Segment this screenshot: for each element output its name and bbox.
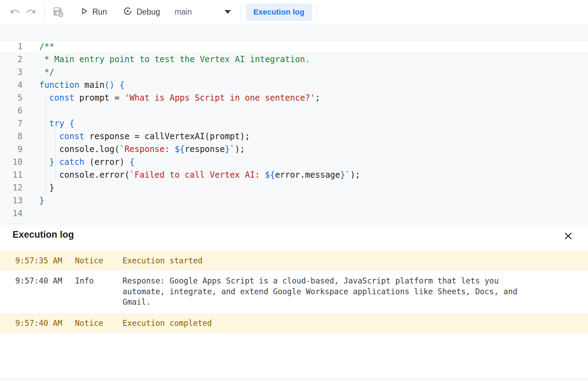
function-selector[interactable]: main: [170, 5, 235, 19]
code-text: /**: [39, 42, 54, 51]
undo-icon: [10, 6, 20, 18]
debug-button-label: Debug: [136, 7, 160, 17]
line-number: 7: [0, 117, 23, 130]
code-line[interactable]: 10 } catch (error) {: [0, 156, 588, 169]
code-line[interactable]: 1/**: [0, 40, 588, 53]
panel-bottom-edge: [0, 379, 588, 380]
toolbar: Run Debug main Execution log: [0, 0, 588, 24]
play-icon: [79, 7, 89, 18]
toolbar-divider: [317, 5, 318, 19]
code-text: } catch (error) {: [39, 157, 135, 167]
code-text: console.error(`Failed to call Vertex AI:…: [39, 170, 360, 180]
save-project-button[interactable]: [50, 4, 66, 20]
indent-guide: [55, 130, 56, 181]
line-number: 14: [0, 207, 23, 220]
line-number: 9: [0, 143, 23, 156]
log-entry: 9:57:40 AMNoticeExecution completed: [0, 314, 588, 333]
code-editor[interactable]: 1/**2 * Main entry point to test the Ver…: [0, 24, 588, 224]
execution-log-panel: Execution log 9:57:35 AMNoticeExecution …: [0, 224, 588, 381]
indent-guide: [45, 92, 46, 194]
line-number: 5: [0, 92, 23, 104]
code-line[interactable]: 3 */: [0, 66, 588, 79]
code-text: const response = callVertexAI(prompt);: [39, 132, 250, 141]
code-text: try {: [39, 119, 74, 128]
log-entries: 9:57:35 AMNoticeExecution started9:57:40…: [0, 251, 588, 333]
log-message: Execution completed: [123, 319, 574, 328]
code-text: }: [39, 196, 44, 205]
code-line[interactable]: 7 try {: [0, 117, 588, 130]
code-text: }: [39, 183, 54, 193]
code-line[interactable]: 5 const prompt = 'What is Apps Script in…: [0, 92, 588, 104]
toolbar-divider: [44, 5, 44, 19]
log-entry: 9:57:35 AMNoticeExecution started: [0, 251, 588, 270]
line-number: 11: [0, 169, 23, 181]
code-line[interactable]: 8 const response = callVertexAI(prompt);: [0, 130, 588, 143]
log-message-cell: Execution completed: [123, 319, 574, 328]
run-button[interactable]: Run: [75, 4, 112, 20]
run-button-label: Run: [92, 7, 107, 17]
function-selector-value: main: [175, 7, 192, 17]
log-message-cell: Response: Google Apps Script is a cloud-…: [123, 276, 574, 307]
log-time: 9:57:35 AM: [15, 256, 75, 265]
code-line[interactable]: 11 console.error(`Failed to call Vertex …: [0, 169, 588, 181]
debug-button[interactable]: Debug: [118, 3, 165, 21]
execution-log-header: Execution log: [0, 224, 588, 251]
log-type: Info: [75, 276, 123, 286]
redo-button[interactable]: [23, 4, 39, 20]
line-number: 6: [0, 104, 23, 117]
undo-button[interactable]: [7, 4, 23, 20]
log-type: Notice: [75, 256, 123, 265]
chevron-down-icon: [225, 10, 231, 14]
line-number: 4: [0, 79, 23, 92]
line-number: 13: [0, 194, 23, 207]
code-line[interactable]: 4function main() {: [0, 79, 588, 92]
code-text: console.log(`Response: ${response}`);: [39, 144, 245, 154]
code-text: * Main entry point to test the Vertex AI…: [39, 54, 310, 64]
code-line[interactable]: 14: [0, 207, 588, 220]
close-icon[interactable]: [562, 229, 575, 244]
log-type: Notice: [75, 319, 123, 328]
log-entry: 9:57:40 AMInfoResponse: Google Apps Scri…: [0, 270, 588, 314]
line-number: 2: [0, 53, 23, 66]
redo-icon: [26, 6, 36, 18]
line-number: 12: [0, 181, 23, 194]
code-area: 1/**2 * Main entry point to test the Ver…: [0, 40, 588, 220]
code-line[interactable]: 13}: [0, 194, 588, 207]
log-time: 9:57:40 AM: [15, 276, 75, 286]
apps-script-editor: Run Debug main Execution log 1/**2 * Mai…: [0, 0, 588, 381]
code-line[interactable]: 9 console.log(`Response: ${response}`);: [0, 143, 588, 156]
log-time: 9:57:40 AM: [15, 319, 75, 328]
execution-log-button[interactable]: Execution log: [246, 3, 312, 21]
line-number: 3: [0, 66, 23, 79]
execution-log-title: Execution log: [12, 229, 74, 240]
code-line[interactable]: 6: [0, 104, 588, 117]
code-text: const prompt = 'What is Apps Script in o…: [39, 93, 320, 103]
log-message-cell: Execution started: [123, 256, 574, 265]
code-line[interactable]: 2 * Main entry point to test the Vertex …: [0, 53, 588, 66]
save-project-icon: [52, 6, 63, 18]
line-number: 10: [0, 156, 23, 169]
debug-icon: [123, 6, 133, 18]
code-line[interactable]: 12 }: [0, 181, 588, 194]
code-text: function main() {: [39, 80, 125, 90]
line-number: 8: [0, 130, 23, 143]
line-number: 1: [0, 40, 23, 53]
toolbar-divider: [240, 5, 241, 19]
log-message: Execution started: [123, 256, 574, 265]
code-text: */: [39, 67, 54, 77]
log-message: Response: Google Apps Script is a cloud-…: [123, 276, 522, 307]
